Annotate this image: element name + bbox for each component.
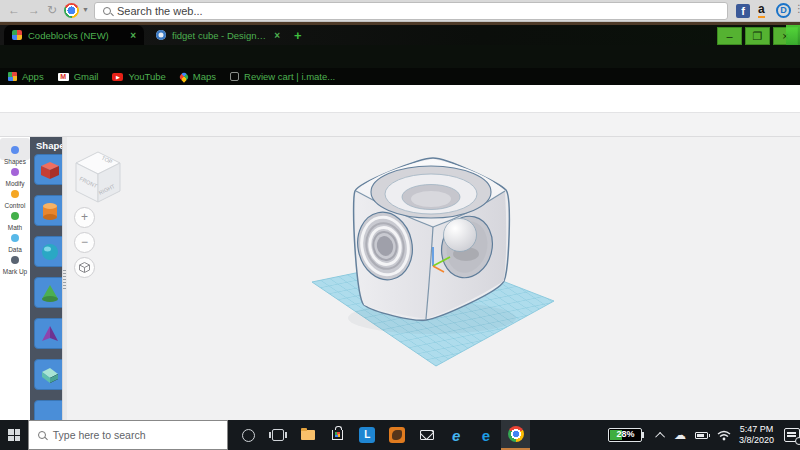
window-minimize-button[interactable]: – (717, 27, 742, 45)
taskbar-search-input[interactable]: Type here to search (28, 420, 228, 450)
onedrive-cloud-icon[interactable]: ☁ (674, 428, 686, 442)
cortana-icon (242, 429, 255, 442)
tab-close-icon[interactable]: × (130, 30, 136, 41)
web-search-placeholder: Search the web... (117, 5, 203, 17)
battery-widget: 28% (608, 427, 648, 443)
windows-logo-icon (15, 429, 21, 435)
tab-fidget-cube[interactable]: fidget cube - Design Products | P × (148, 25, 288, 45)
bookmarks-bar: Apps M Gmail ▶ YouTube Maps Review cart … (0, 68, 800, 85)
folder-icon (301, 430, 315, 440)
taskbar-clock[interactable]: 5:47 PM 3/8/2020 (739, 424, 774, 446)
amazon-icon[interactable]: a (758, 3, 765, 18)
chrome-icon (508, 426, 524, 442)
top-torus-recess (371, 166, 491, 218)
codeblocks-favicon-icon (12, 30, 22, 40)
internet-explorer-icon: e (452, 427, 460, 444)
tinkercad-favicon-icon (156, 30, 166, 40)
gmail-icon: M (58, 73, 69, 81)
tinkercad-header: T I N K E R C A D Codeblocks NEW ▾ Fidge… (0, 85, 800, 113)
search-icon (103, 7, 111, 15)
browser-nav-bar: ← → ↻ tinkercad.com/codeblocks/edit?doc=… (0, 45, 800, 68)
chrome-logo-caret-icon[interactable]: ▼ (82, 6, 89, 13)
apps-grid-icon (8, 72, 17, 81)
util-forward-icon[interactable]: → (28, 3, 40, 17)
bookmark-apps[interactable]: Apps (8, 71, 44, 82)
l-app-icon: L (359, 427, 375, 443)
tray-expand-icon[interactable] (655, 431, 665, 441)
youtube-icon: ▶ (112, 73, 123, 81)
bookmark-gmail[interactable]: M Gmail (58, 71, 99, 82)
run-toolbar: ↶ ↷ Speed ▶ Step ▷ ↺ Export Share (0, 113, 800, 137)
search-icon (38, 431, 46, 439)
util-back-icon[interactable]: ← (8, 3, 20, 17)
tab-codeblocks-label: Codeblocks (NEW) (28, 30, 124, 41)
bookmark-review-cart[interactable]: Review cart | i.mate... (230, 71, 335, 82)
mail-icon (420, 430, 434, 440)
clock-date: 3/8/2020 (739, 435, 774, 446)
internet-explorer-button[interactable]: e (441, 420, 471, 450)
chrome-button[interactable] (501, 420, 531, 450)
edge-button[interactable]: e (471, 420, 501, 450)
system-tray: ☁ (658, 428, 731, 442)
windows-logo-icon (8, 429, 14, 435)
fidget-cube-model[interactable] (348, 158, 516, 334)
maps-pin-icon (178, 71, 189, 82)
tab-close-icon[interactable]: × (274, 30, 280, 41)
chrome-logo-icon[interactable] (64, 3, 79, 18)
browser-tab-bar: Codeblocks (NEW) × fidget cube - Design … (0, 25, 800, 45)
util-menu-icon[interactable]: ⋮ (794, 3, 800, 14)
3d-viewport-scene[interactable] (0, 137, 800, 420)
screen: ← → ↻ ▼ Search the web... f a D ⋮ Codebl… (0, 0, 800, 450)
edge-icon: e (482, 427, 490, 444)
util-reload-icon[interactable]: ↻ (47, 3, 57, 17)
file-explorer-button[interactable] (293, 420, 323, 450)
new-tab-button[interactable]: + (294, 28, 302, 43)
battery-percent: 28% (608, 429, 642, 439)
d-app-icon[interactable]: D (776, 3, 791, 18)
task-view-button[interactable] (263, 420, 293, 450)
microsoft-store-button[interactable] (323, 420, 353, 450)
web-search-input[interactable]: Search the web... (94, 2, 728, 20)
l-app-button[interactable]: L (352, 420, 382, 450)
battery-nub (642, 432, 644, 438)
wifi-icon[interactable] (717, 430, 731, 441)
orange-app-icon (389, 427, 405, 443)
review-cart-icon (230, 72, 239, 81)
facebook-icon[interactable]: f (736, 4, 750, 18)
orange-app-button[interactable] (382, 420, 412, 450)
mail-button[interactable] (412, 420, 442, 450)
tab-codeblocks[interactable]: Codeblocks (NEW) × (4, 25, 144, 45)
notification-badge (795, 437, 800, 445)
store-bag-icon (332, 430, 343, 440)
task-view-icon (272, 429, 284, 441)
tab-fidget-cube-label: fidget cube - Design Products | P (172, 30, 268, 41)
bookmark-maps[interactable]: Maps (180, 71, 216, 82)
tray-battery-icon[interactable] (695, 432, 708, 439)
clock-time: 5:47 PM (739, 424, 774, 435)
action-center-icon[interactable] (784, 428, 800, 442)
windows-taskbar: Type here to search L e e 28% ☁ (0, 420, 800, 450)
cortana-button[interactable] (234, 420, 264, 450)
window-restore-button[interactable]: ❐ (745, 27, 770, 45)
windows-logo-icon (8, 436, 14, 442)
utility-toolbar: ← → ↻ ▼ Search the web... f a D ⋮ (0, 0, 800, 22)
start-button[interactable] (0, 420, 28, 450)
bookmark-youtube[interactable]: ▶ YouTube (112, 71, 165, 82)
windows-logo-icon (15, 436, 21, 442)
main-workspace: Shapes Modify Control Math Data Mark Up (0, 137, 800, 420)
taskbar-search-placeholder: Type here to search (53, 429, 146, 441)
